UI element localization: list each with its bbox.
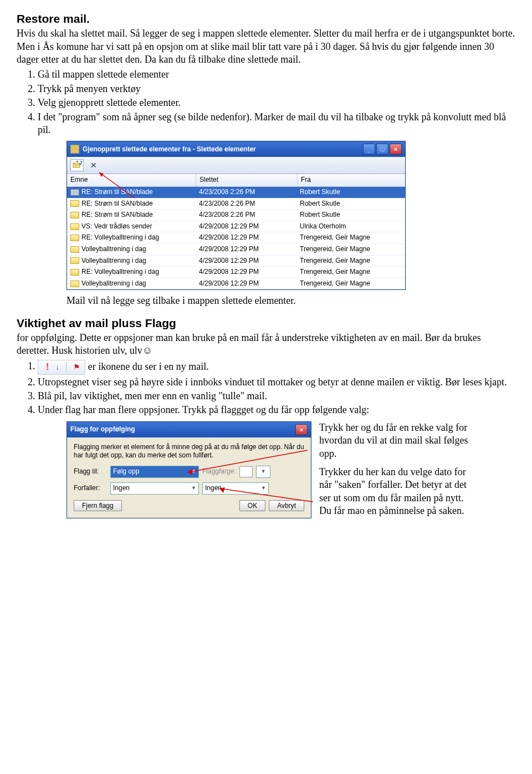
cell-deleted: 4/23/2008 2:26 PM <box>196 210 296 221</box>
flag-color-swatch[interactable] <box>239 466 253 477</box>
chevron-down-icon: ▼ <box>191 485 196 492</box>
col-deleted[interactable]: Slettet <box>196 174 298 186</box>
cell-from: Robert Skutle <box>296 198 405 210</box>
cell-deleted: 4/23/2008 2:26 PM <box>196 198 296 210</box>
cancel-button[interactable]: Avbryt <box>269 500 304 511</box>
maximize-button[interactable]: □ <box>376 144 388 155</box>
cell-deleted: 4/23/2008 2:26 PM <box>196 187 296 198</box>
delete-button[interactable]: ✕ <box>87 159 100 171</box>
step: ! ↓ ⚑ er ikonene du ser i en ny mail. <box>38 360 515 375</box>
envelope-icon <box>70 212 79 218</box>
high-importance-icon[interactable]: ! <box>46 361 49 373</box>
envelope-icon <box>70 235 79 241</box>
annotation-p2: Trykker du her kan du velge dato for når… <box>319 466 469 518</box>
flag-icon[interactable]: ⚑ <box>73 362 80 372</box>
low-importance-icon[interactable]: ↓ <box>55 362 59 372</box>
minimize-button[interactable]: _ <box>363 144 375 155</box>
window-titlebar: Gjenopprett slettede elementer fra - Sle… <box>67 141 405 157</box>
cell-deleted: 4/29/2008 12:29 PM <box>196 232 296 243</box>
step: Trykk på menyen verktøy <box>38 83 515 95</box>
separator <box>66 362 66 372</box>
table-row[interactable]: RE: Strøm til SAN/blade4/23/2008 2:26 PM… <box>67 187 405 198</box>
cell-deleted: 4/29/2008 12:29 PM <box>196 221 296 232</box>
recover-button[interactable] <box>70 159 84 171</box>
flag-to-value: Følg opp <box>113 467 139 476</box>
chevron-down-icon: ▼ <box>191 469 196 475</box>
cell-from: Trengereid, Geir Magne <box>296 278 405 289</box>
heading-restore: Restore mail. <box>17 11 515 26</box>
annotation-p1: Trykk her og du får en rekke valg for hv… <box>319 421 469 460</box>
dialog-titlebar: Flagg for oppfølging × <box>67 422 311 437</box>
table-row[interactable]: Volleyballtrening i dag4/29/2008 12:29 P… <box>67 278 405 290</box>
table-body: RE: Strøm til SAN/blade4/23/2008 2:26 PM… <box>67 187 405 289</box>
step: Utropstegnet viser seg på høyre side i i… <box>38 376 515 389</box>
table-row[interactable]: RE: Volleyballtrening i dag4/29/2008 12:… <box>67 267 405 278</box>
step: I det "program" som nå åpner seg (se bil… <box>38 111 515 137</box>
cell-subject: Volleyballtrening i dag <box>81 279 146 288</box>
flag-to-select[interactable]: Følg opp ▼ <box>110 466 199 478</box>
table-row[interactable]: Volleyballtrening i dag4/29/2008 12:29 P… <box>67 256 405 267</box>
annotation-text: Trykk her og du får en rekke valg for hv… <box>319 421 469 523</box>
cell-from: Robert Skutle <box>296 210 405 221</box>
dialog-description: Flagging merker et element for å minne d… <box>74 443 304 460</box>
dialog-close-button[interactable]: × <box>295 424 308 435</box>
paragraph-importance: for oppfølging. Dette er oppsjoner man k… <box>17 332 515 358</box>
cell-from: Robert Skutle <box>296 187 405 198</box>
cell-deleted: 4/29/2008 12:29 PM <box>196 267 296 278</box>
paragraph-restore: Hvis du skal ha slettet mail. Så legger … <box>17 27 515 66</box>
heading-importance: Viktighet av mail pluss Flagg <box>17 315 515 330</box>
cell-deleted: 4/29/2008 12:29 PM <box>196 278 296 289</box>
flag-to-label: Flagg til: <box>74 467 107 476</box>
col-from[interactable]: Fra <box>298 174 405 186</box>
importance-steps: ! ↓ ⚑ er ikonene du ser i en ny mail. Ut… <box>38 360 515 417</box>
toolbar: ✕ <box>67 157 405 174</box>
envelope-icon <box>70 223 79 230</box>
cell-from: Trengereid, Geir Magne <box>296 244 405 255</box>
cell-subject: RE: Strøm til SAN/blade <box>81 188 153 197</box>
due-label: Forfaller: <box>74 484 107 493</box>
envelope-icon <box>70 269 79 276</box>
importance-toolbar: ! ↓ ⚑ <box>38 360 85 375</box>
envelope-icon <box>70 246 79 253</box>
due-time-value: Ingen <box>205 484 222 493</box>
flag-dialog: Flagg for oppfølging × Flagging merker e… <box>66 421 311 518</box>
col-subject[interactable]: Emne <box>67 174 196 186</box>
cell-from: Trengereid, Geir Magne <box>296 267 405 278</box>
table-row[interactable]: Volleyballtrening i dag4/29/2008 12:29 P… <box>67 244 405 256</box>
cell-from: Trengereid, Geir Magne <box>296 232 405 243</box>
window-title: Gjenopprett slettede elementer fra - Sle… <box>83 145 256 154</box>
cell-subject: RE: Strøm til SAN/blade <box>81 211 153 220</box>
due-time-select[interactable]: Ingen ▼ <box>202 482 269 495</box>
envelope-icon <box>70 189 79 196</box>
close-button[interactable]: × <box>390 144 402 155</box>
step: Gå til mappen slettede elementer <box>38 68 515 81</box>
cell-deleted: 4/29/2008 12:29 PM <box>196 244 296 255</box>
after-text: Mail vil nå legge seg tilbake i mappen s… <box>66 294 515 307</box>
due-date-select[interactable]: Ingen ▼ <box>110 482 199 495</box>
cell-subject: RE: Volleyballtrening i dag <box>81 233 159 242</box>
chevron-down-icon: ▼ <box>261 485 266 492</box>
cell-subject: VS: Vedr trådløs sender <box>81 222 152 231</box>
ok-button[interactable]: OK <box>239 500 265 511</box>
chevron-down-icon: ▼ <box>261 469 266 475</box>
dialog-title: Flagg for oppfølging <box>70 425 135 434</box>
cell-from: Trengereid, Geir Magne <box>296 256 405 267</box>
cell-subject: Volleyballtrening i dag <box>81 257 146 266</box>
table-row[interactable]: VS: Vedr trådløs sender4/29/2008 12:29 P… <box>67 221 405 233</box>
table-header: Emne Slettet Fra <box>67 174 405 187</box>
envelope-icon <box>70 200 79 207</box>
cell-subject: Volleyballtrening i dag <box>81 245 146 254</box>
app-icon <box>70 145 79 154</box>
step: Under flag har man flere oppsjoner. Tryk… <box>38 404 515 416</box>
flag-color-label: Flaggfarge: <box>202 467 236 476</box>
cell-deleted: 4/29/2008 12:29 PM <box>196 256 296 267</box>
clear-flag-button[interactable]: Fjern flagg <box>74 500 122 511</box>
cell-subject: RE: Volleyballtrening i dag <box>81 268 159 277</box>
envelope-icon <box>70 281 79 287</box>
table-row[interactable]: RE: Volleyballtrening i dag4/29/2008 12:… <box>67 232 405 244</box>
table-row[interactable]: RE: Strøm til SAN/blade4/23/2008 2:26 PM… <box>67 210 405 221</box>
flag-color-select[interactable]: ▼ <box>256 466 270 478</box>
step: Velg gjenopprett slettede elementer. <box>38 96 515 109</box>
table-row[interactable]: RE: Strøm til SAN/blade4/23/2008 2:26 PM… <box>67 198 405 210</box>
cell-from: Ulrika Oterholm <box>296 221 405 232</box>
